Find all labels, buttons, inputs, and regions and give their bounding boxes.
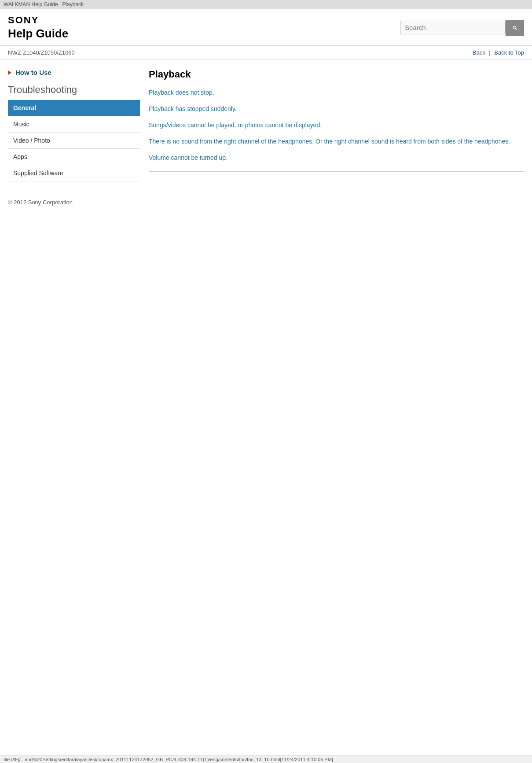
nav-links: Back | Back to Top (473, 49, 524, 56)
chevron-right-icon (8, 70, 11, 75)
sidebar-menu-item-music[interactable]: Music (8, 116, 140, 133)
search-button[interactable] (506, 20, 524, 36)
nav-separator: | (489, 49, 490, 56)
list-item: Volume cannot be turned up. (149, 153, 524, 162)
content-title: Playback (149, 69, 524, 80)
content-link-1[interactable]: Playback does not stop. (149, 89, 214, 96)
status-url: file:///F|/...and%20Settings/editoralaya… (4, 757, 333, 758)
sony-logo: SONY (8, 15, 68, 26)
sidebar-menu-item-apps[interactable]: Apps (8, 149, 140, 165)
content-area: Playback Playback does not stop. Playbac… (149, 69, 524, 181)
sidebar-item-general-link[interactable]: General (8, 100, 140, 116)
header-right (400, 20, 524, 36)
browser-title-bar: WALKMAN Help Guide | Playback (0, 0, 532, 9)
content-links: Playback does not stop. Playback has sto… (149, 88, 524, 162)
content-link-3[interactable]: Songs/videos cannot be played, or photos… (149, 122, 322, 129)
sidebar-menu-item-supplied-software[interactable]: Supplied Software (8, 165, 140, 181)
sidebar-menu-item-general[interactable]: General (8, 100, 140, 116)
nav-bar: NWZ-Z1040/Z1050/Z1060 Back | Back to Top (0, 46, 532, 60)
sidebar: How to Use Troubleshooting General Music… (8, 69, 140, 181)
sidebar-item-video-photo-link[interactable]: Video / Photo (8, 133, 140, 148)
content-link-4[interactable]: There is no sound from the right channel… (149, 138, 510, 145)
sidebar-menu-item-video-photo[interactable]: Video / Photo (8, 133, 140, 149)
list-item: Songs/videos cannot be played, or photos… (149, 121, 524, 130)
sidebar-how-to-use-section: How to Use (8, 69, 140, 76)
header-left: SONY Help Guide (8, 15, 68, 41)
list-item: Playback does not stop. (149, 88, 524, 97)
status-bar: file:///F|/...and%20Settings/editoralaya… (0, 756, 532, 758)
sidebar-menu: General Music Video / Photo Apps Supplie… (8, 100, 140, 181)
page-wrapper: SONY Help Guide NWZ-Z1040/Z1050/Z1060 Ba… (0, 9, 532, 758)
back-to-top-link[interactable]: Back to Top (494, 49, 524, 56)
content-divider (149, 171, 524, 172)
troubleshooting-title: Troubleshooting (8, 84, 140, 96)
list-item: There is no sound from the right channel… (149, 137, 524, 146)
help-guide-title: Help Guide (8, 27, 68, 41)
content-link-5[interactable]: Volume cannot be turned up. (149, 154, 227, 161)
back-link[interactable]: Back (473, 49, 485, 56)
footer: © 2012 Sony Corporation (0, 190, 532, 214)
search-icon (512, 24, 517, 32)
list-item: Playback has stopped suddenly. (149, 104, 524, 114)
how-to-use-label: How to Use (15, 69, 51, 76)
sidebar-item-supplied-software-link[interactable]: Supplied Software (8, 165, 140, 181)
how-to-use-link[interactable]: How to Use (8, 69, 140, 76)
main-content: How to Use Troubleshooting General Music… (0, 60, 532, 190)
header: SONY Help Guide (0, 9, 532, 46)
search-input[interactable] (400, 21, 506, 34)
browser-title: WALKMAN Help Guide | Playback (4, 1, 84, 7)
model-number: NWZ-Z1040/Z1050/Z1060 (8, 49, 75, 56)
content-link-2[interactable]: Playback has stopped suddenly. (149, 105, 237, 112)
sidebar-item-music-link[interactable]: Music (8, 116, 140, 132)
copyright-text: © 2012 Sony Corporation (8, 199, 73, 206)
sidebar-item-apps-link[interactable]: Apps (8, 149, 140, 165)
